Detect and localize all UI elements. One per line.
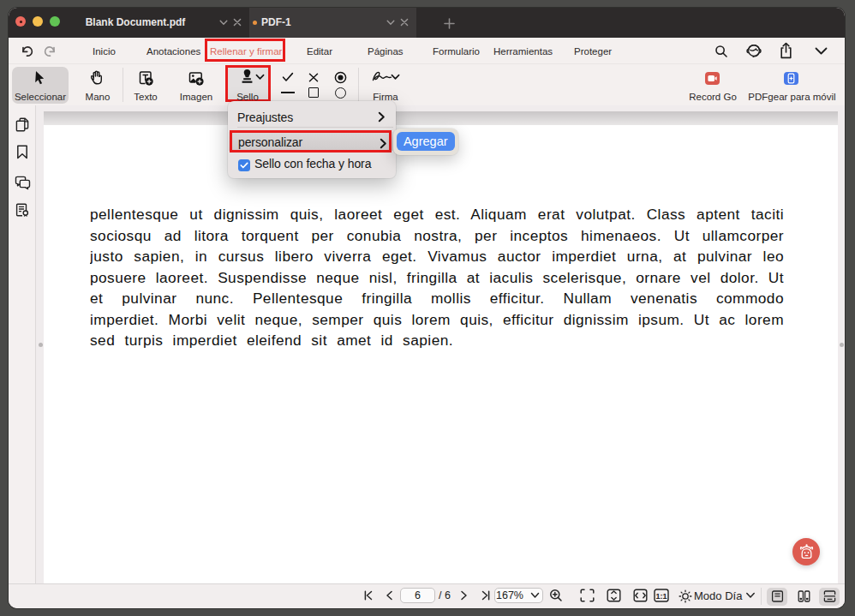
svg-text:1:1: 1:1	[655, 592, 667, 601]
